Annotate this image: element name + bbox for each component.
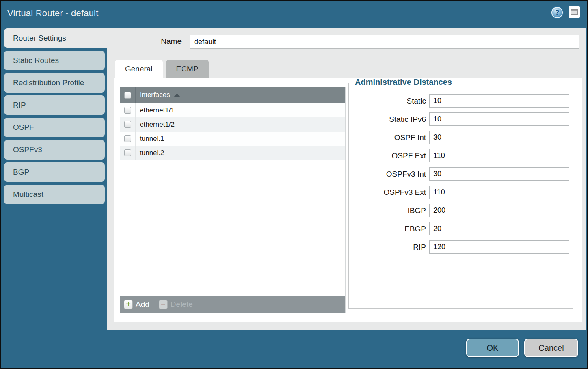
sidebar: Router Settings Static Routes Redistribu… [4, 28, 107, 207]
sidebar-item-label: BGP [13, 168, 29, 176]
delete-label: Delete [171, 300, 193, 309]
admin-distance-input[interactable] [429, 240, 569, 254]
virtual-router-dialog: Virtual Router - default ? Router Settin… [0, 0, 588, 369]
footer-buttons: OK Cancel [466, 339, 578, 357]
checkbox-cell [120, 146, 136, 160]
admin-distance-row-ospfv3-int: OSPFv3 Int [349, 167, 573, 181]
admin-distance-label: RIP [349, 243, 426, 252]
sidebar-item-bgp[interactable]: BGP [4, 162, 105, 182]
sidebar-item-label: Multicast [13, 190, 43, 199]
interfaces-table-footer: + Add − Delete [120, 296, 345, 313]
administrative-distances-fieldset: Administrative Distances Static Static I… [348, 83, 573, 309]
admin-distance-input[interactable] [429, 167, 569, 181]
select-all-checkbox[interactable] [124, 92, 131, 99]
help-icon[interactable]: ? [551, 7, 563, 18]
checkbox-cell [120, 103, 136, 117]
interface-row-tunnel-2[interactable]: tunnel.2 [120, 146, 345, 160]
add-label: Add [136, 300, 149, 309]
admin-distance-input[interactable] [429, 149, 569, 162]
window-glyph [571, 9, 578, 15]
select-all-cell [120, 87, 136, 103]
interface-row-tunnel-1[interactable]: tunnel.1 [120, 132, 345, 146]
sidebar-item-ospfv3[interactable]: OSPFv3 [4, 140, 105, 160]
add-button[interactable]: + Add [124, 300, 149, 309]
checkbox-cell [120, 117, 136, 132]
sidebar-item-ospf[interactable]: OSPF [4, 118, 105, 137]
cancel-button[interactable]: Cancel [524, 339, 578, 357]
name-label: Name [161, 37, 182, 46]
interface-name: tunnel.1 [140, 135, 164, 143]
tab-label: ECMP [176, 65, 199, 73]
content-area: Name General ECMP [107, 28, 586, 330]
general-panel: Interfaces ethernet1/1 [114, 78, 582, 322]
interface-row-ethernet1-1[interactable]: ethernet1/1 [120, 103, 345, 117]
admin-distance-label: OSPFv3 Int [349, 170, 426, 179]
sidebar-item-label: OSPFv3 [13, 145, 42, 154]
admin-distance-label: Static IPv6 [349, 115, 426, 124]
add-icon: + [124, 300, 133, 309]
interface-row-ethernet1-2[interactable]: ethernet1/2 [120, 117, 345, 132]
admin-distance-row-ospf-ext: OSPF Ext [349, 149, 573, 162]
sidebar-item-label: OSPF [13, 123, 34, 132]
interfaces-table-header: Interfaces [120, 87, 345, 103]
admin-distance-label: EBGP [349, 224, 426, 233]
titlebar: Virtual Router - default ? [1, 1, 587, 24]
admin-distance-row-ospf-int: OSPF Int [349, 131, 573, 144]
name-row: Name [107, 35, 579, 49]
interfaces-column-header[interactable]: Interfaces [140, 91, 170, 99]
sidebar-item-redistribution-profile[interactable]: Redistribution Profile [4, 73, 105, 93]
row-checkbox[interactable] [124, 135, 131, 142]
delete-button[interactable]: − Delete [159, 300, 193, 309]
sidebar-item-multicast[interactable]: Multicast [4, 185, 105, 204]
tabstrip: General ECMP [115, 60, 209, 78]
admin-distance-input[interactable] [429, 204, 569, 217]
admin-distance-row-rip: RIP [349, 240, 573, 254]
row-checkbox[interactable] [124, 149, 131, 156]
admin-distance-row-ebgp: EBGP [349, 222, 573, 235]
admin-distance-row-ibgp: IBGP [349, 204, 573, 217]
window-restore-icon[interactable] [569, 6, 580, 18]
admin-distance-row-static: Static [349, 94, 573, 108]
admin-distance-input[interactable] [429, 112, 569, 126]
tab-general[interactable]: General [115, 60, 163, 78]
row-checkbox[interactable] [124, 107, 131, 114]
admin-distance-input[interactable] [429, 94, 569, 108]
sidebar-item-label: RIP [13, 101, 26, 109]
admin-distance-input[interactable] [429, 222, 569, 235]
name-input[interactable] [190, 35, 579, 49]
ok-button[interactable]: OK [466, 339, 519, 357]
sidebar-item-rip[interactable]: RIP [4, 95, 105, 115]
sidebar-item-label: Redistribution Profile [13, 78, 84, 87]
dialog-title: Virtual Router - default [7, 8, 99, 19]
admin-distance-input[interactable] [429, 186, 569, 199]
interface-name: ethernet1/2 [140, 121, 175, 129]
sidebar-item-label: Router Settings [13, 34, 66, 42]
tab-ecmp[interactable]: ECMP [166, 60, 209, 78]
sidebar-item-label: Static Routes [13, 56, 59, 65]
admin-distance-label: Static [349, 97, 426, 106]
delete-icon: − [159, 300, 168, 309]
administrative-distances-legend: Administrative Distances [352, 78, 455, 87]
tab-label: General [125, 65, 153, 73]
admin-distance-label: OSPFv3 Ext [349, 188, 426, 197]
row-checkbox[interactable] [124, 121, 131, 128]
interface-name: tunnel.2 [140, 149, 164, 157]
interfaces-table: Interfaces ethernet1/1 [120, 87, 346, 313]
interfaces-table-body: ethernet1/1 ethernet1/2 [120, 103, 345, 296]
admin-distance-label: IBGP [349, 206, 426, 215]
admin-distance-input[interactable] [429, 131, 569, 144]
sidebar-item-router-settings[interactable]: Router Settings [4, 28, 107, 48]
admin-distance-label: OSPF Ext [349, 151, 426, 160]
admin-distance-row-ospfv3-ext: OSPFv3 Ext [349, 186, 573, 199]
sidebar-item-static-routes[interactable]: Static Routes [4, 51, 105, 70]
interface-name: ethernet1/1 [140, 106, 175, 114]
admin-distance-label: OSPF Int [349, 133, 426, 142]
admin-distance-row-static-ipv6: Static IPv6 [349, 112, 573, 126]
sort-ascending-icon[interactable] [174, 93, 180, 97]
checkbox-cell [120, 132, 136, 146]
